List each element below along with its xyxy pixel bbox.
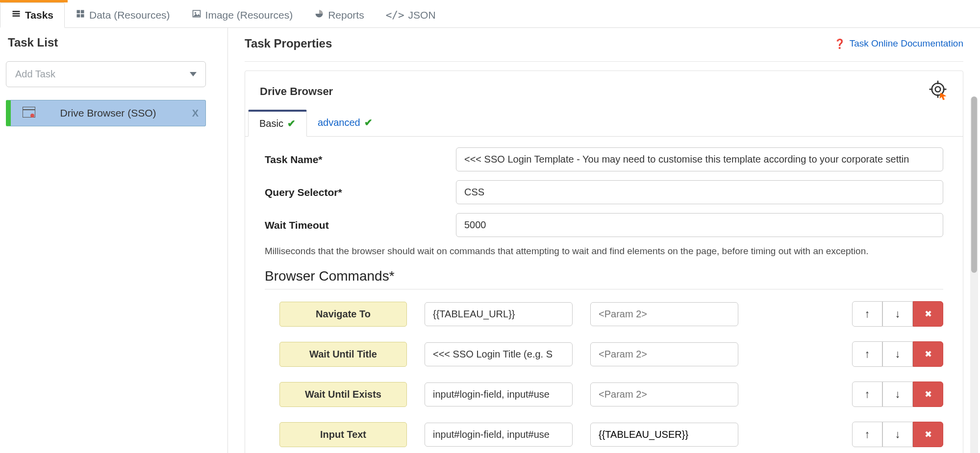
delete-row-button[interactable] [913, 422, 943, 447]
chevron-down-icon [190, 72, 197, 76]
svg-rect-4 [81, 10, 84, 14]
command-param2-input[interactable] [590, 423, 738, 447]
tab-label: Tasks [25, 9, 53, 21]
query-selector-label: Query Selector* [265, 187, 456, 198]
wait-timeout-help: Milliseconds that the browser should wai… [265, 246, 943, 257]
scrollbar-thumb[interactable] [971, 96, 977, 273]
command-action-select[interactable]: Navigate To [279, 302, 407, 327]
tab-json[interactable]: </> JSON [375, 2, 447, 27]
sidebar: Task List Add Task Drive Browser (SSO) X [0, 28, 228, 453]
check-icon: ✔ [287, 118, 296, 129]
image-icon [192, 9, 201, 21]
wait-timeout-input[interactable] [456, 213, 943, 237]
add-task-dropdown[interactable]: Add Task [6, 61, 206, 87]
help-icon: ❓ [834, 38, 846, 49]
svg-rect-3 [77, 10, 80, 14]
task-list-heading: Task List [6, 36, 222, 49]
wait-timeout-label: Wait Timeout [265, 219, 456, 231]
move-down-button[interactable] [882, 381, 913, 407]
tab-label: JSON [408, 9, 436, 21]
command-row: Wait Until Title [279, 341, 943, 367]
command-param2-input[interactable] [590, 302, 738, 326]
target-picker-icon[interactable] [928, 80, 948, 103]
sub-tab-label: advanced [318, 117, 360, 128]
svg-point-13 [935, 87, 941, 92]
tab-reports[interactable]: Reports [303, 2, 375, 27]
svg-point-12 [932, 83, 944, 95]
sub-tab-advanced[interactable]: advanced ✔ [307, 110, 383, 136]
svg-point-11 [30, 114, 34, 118]
command-param2-input[interactable] [590, 382, 738, 406]
task-properties-panel: Drive Browser Basic ✔ [245, 71, 963, 453]
tab-image-resources[interactable]: Image (Resources) [181, 2, 304, 27]
svg-rect-6 [81, 14, 84, 18]
svg-rect-0 [13, 11, 20, 12]
browser-icon [23, 107, 35, 120]
move-up-button[interactable] [852, 341, 882, 367]
task-name-input[interactable] [456, 147, 943, 171]
move-up-button[interactable] [852, 301, 882, 327]
task-name-label: Task Name* [265, 154, 456, 166]
command-param1-input[interactable] [425, 342, 573, 366]
command-param1-input[interactable] [425, 423, 573, 447]
command-row: Wait Until Exists [279, 381, 943, 407]
svg-rect-2 [13, 15, 20, 17]
tab-label: Image (Resources) [205, 9, 293, 21]
delete-row-button[interactable] [913, 341, 943, 367]
move-up-button[interactable] [852, 422, 882, 447]
move-down-button[interactable] [882, 341, 913, 367]
grid-icon [75, 9, 85, 21]
command-action-select[interactable]: Wait Until Exists [279, 382, 407, 407]
command-row: Input Text [279, 422, 943, 447]
remove-task-button[interactable]: X [192, 108, 199, 119]
command-param2-input[interactable] [590, 342, 738, 366]
code-icon: </> [386, 9, 404, 21]
command-action-select[interactable]: Input Text [279, 422, 407, 447]
delete-row-button[interactable] [913, 381, 943, 407]
query-selector-input[interactable] [456, 180, 943, 204]
documentation-link[interactable]: ❓ Task Online Documentation [834, 38, 963, 49]
delete-row-button[interactable] [913, 301, 943, 327]
task-item-label: Drive Browser (SSO) [60, 107, 156, 119]
command-row: Navigate To [279, 301, 943, 327]
tab-label: Reports [328, 9, 364, 21]
command-action-select[interactable]: Wait Until Title [279, 342, 407, 367]
task-properties-heading: Task Properties [245, 37, 332, 50]
move-up-button[interactable] [852, 381, 882, 407]
check-icon: ✔ [364, 117, 373, 128]
svg-point-8 [194, 12, 196, 14]
main-tabs: Tasks Data (Resources) Image (Resources)… [0, 2, 980, 28]
tab-tasks[interactable]: Tasks [0, 2, 65, 28]
documentation-link-label: Task Online Documentation [850, 38, 963, 49]
add-task-placeholder: Add Task [15, 69, 55, 80]
svg-rect-5 [77, 14, 80, 18]
panel-title: Drive Browser [260, 85, 333, 98]
tab-data-resources[interactable]: Data (Resources) [65, 2, 181, 27]
command-param1-input[interactable] [425, 382, 573, 406]
list-icon [11, 9, 21, 21]
browser-commands-heading: Browser Commands* [265, 268, 943, 289]
sub-tab-label: Basic [259, 118, 283, 129]
move-down-button[interactable] [882, 301, 913, 327]
pie-icon [314, 9, 324, 21]
svg-rect-1 [13, 13, 20, 15]
sub-tab-basic[interactable]: Basic ✔ [248, 110, 307, 137]
tab-label: Data (Resources) [89, 9, 170, 21]
scrollbar[interactable] [970, 96, 978, 453]
task-list-item[interactable]: Drive Browser (SSO) X [6, 100, 206, 126]
move-down-button[interactable] [882, 422, 913, 447]
command-param1-input[interactable] [425, 302, 573, 326]
content-area: Task Properties ❓ Task Online Documentat… [228, 28, 980, 453]
property-sub-tabs: Basic ✔ advanced ✔ [245, 110, 963, 137]
